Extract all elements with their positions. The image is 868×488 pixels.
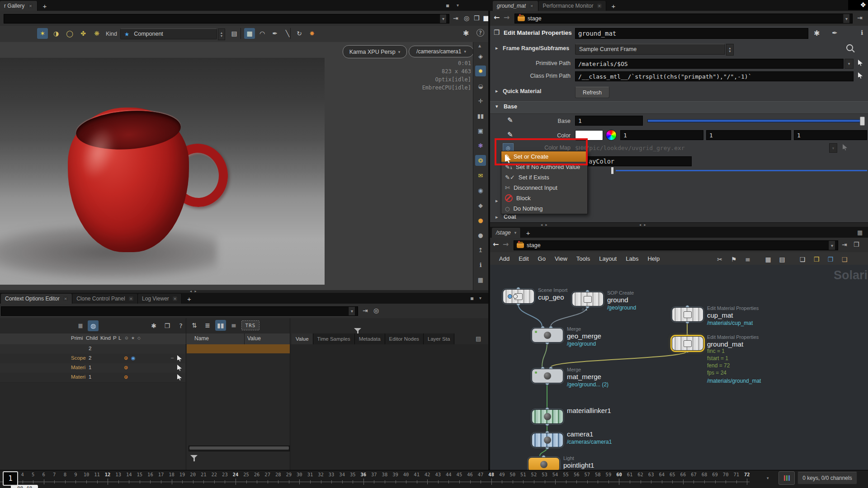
tree-column-header[interactable]: P: [113, 335, 117, 341]
timeline-frame-number[interactable]: 32: [318, 472, 324, 477]
new-folder-icon[interactable]: ❐: [162, 320, 173, 331]
chevron-down-icon[interactable]: ▾: [349, 307, 355, 315]
close-icon[interactable]: ×: [28, 4, 33, 8]
back-icon[interactable]: ←: [493, 240, 499, 249]
network-tab[interactable]: /stage▾: [492, 228, 521, 238]
collapse-arrow-icon[interactable]: ▸: [495, 198, 498, 204]
pane-menu-chevron-icon[interactable]: ▾: [457, 3, 459, 8]
timeline-frame-number[interactable]: 7: [53, 472, 56, 477]
rows-icon[interactable]: ≡: [228, 320, 239, 331]
forward-icon[interactable]: →: [504, 13, 509, 22]
chevron-down-icon[interactable]: ▾: [843, 14, 849, 23]
node-geo_merge[interactable]: Mergegeo_merge/geo/ground: [532, 328, 563, 343]
pane-menu-chevron-icon[interactable]: ▾: [479, 296, 481, 300]
pause-icon[interactable]: ▮▮: [215, 320, 226, 331]
tree-row[interactable]: Materi1⊙: [0, 373, 185, 383]
menu-help[interactable]: Help: [643, 252, 664, 265]
node-mat_merge[interactable]: Mergemat_merge/geo/ground... (2): [532, 369, 563, 383]
timeline-frame-number[interactable]: 47: [478, 472, 484, 477]
new-tab-button[interactable]: +: [40, 1, 49, 10]
timeline-frame-number[interactable]: 58: [595, 472, 601, 477]
new-tab-button[interactable]: +: [184, 294, 193, 303]
menu-tools[interactable]: Tools: [572, 252, 594, 265]
timeline-frame-number[interactable]: 48: [488, 472, 494, 477]
node-body[interactable]: [503, 289, 534, 304]
gear-icon[interactable]: ✱: [814, 29, 820, 38]
timeline-frame-number[interactable]: 72: [744, 472, 750, 477]
grid-icon[interactable]: ▦: [475, 274, 486, 285]
material-palette-icon[interactable]: ✸: [307, 28, 317, 39]
timeline-frame-number[interactable]: 35: [350, 472, 356, 477]
path-chooser-icon[interactable]: ▾: [829, 143, 837, 153]
frame-range-dropdown[interactable]: Sample Current Frame: [575, 44, 725, 55]
toolbox-icon[interactable]: ❑: [839, 254, 850, 265]
new-tab-button[interactable]: +: [609, 1, 618, 10]
base-slider[interactable]: [647, 119, 861, 122]
node-body[interactable]: [528, 457, 560, 470]
timeline-frame-number[interactable]: 57: [584, 472, 590, 477]
bottom-pane-tab[interactable]: Log Viewer×: [138, 294, 182, 304]
forward-icon[interactable]: →: [503, 240, 509, 249]
gear-icon[interactable]: ✱: [148, 320, 159, 331]
select-scene-icon[interactable]: ❋: [91, 28, 102, 39]
pane-tab[interactable]: ground_mat×: [493, 1, 538, 11]
timeline-frame-number[interactable]: 62: [637, 472, 643, 477]
wire-cup_geo-geo_merge[interactable]: [518, 304, 542, 327]
param-slider[interactable]: [616, 170, 867, 171]
viewport-path-field[interactable]: ▾: [4, 14, 449, 23]
timeline-frame-number[interactable]: 65: [670, 472, 675, 477]
timeline-frame-number[interactable]: 34: [339, 472, 345, 477]
timeline-frame-number[interactable]: 68: [702, 472, 708, 477]
timeline-frame-number[interactable]: 21: [201, 472, 207, 477]
menu-item-disconnect-input[interactable]: ✄Disconnect Input: [501, 183, 587, 193]
node-body[interactable]: [532, 433, 563, 447]
diamond-icon[interactable]: ◆: [475, 200, 486, 211]
select-objects-icon[interactable]: ✶: [37, 28, 48, 39]
select-loop-icon[interactable]: ↻: [294, 28, 305, 39]
class-prim-path-field[interactable]: /__class_mtl__/`strsplit(chs("primpath")…: [575, 71, 854, 81]
close-icon[interactable]: ×: [129, 296, 133, 301]
timeline-frame-number[interactable]: 15: [137, 472, 143, 477]
list-icon[interactable]: ≡: [742, 254, 753, 265]
pane-maximize-icon[interactable]: ▪: [446, 2, 449, 9]
box-select-icon[interactable]: ▦: [244, 28, 255, 39]
orange-ball-icon[interactable]: ●: [475, 215, 486, 225]
select-row-icon[interactable]: [177, 365, 182, 371]
frame-range-spinner[interactable]: ▲▼: [726, 44, 734, 56]
power-icon[interactable]: ⊙: [124, 355, 128, 361]
tree-column-header[interactable]: L: [118, 335, 121, 341]
node-ground[interactable]: SOP Createground/geo/ground⌂▴: [572, 292, 604, 306]
timeline-frame-number[interactable]: 53: [542, 472, 547, 477]
render-region[interactable]: [0, 58, 325, 285]
scoped-channels-button[interactable]: [778, 471, 795, 485]
color-wheel-icon[interactable]: [606, 130, 617, 141]
expand-arrow-icon[interactable]: ▾: [495, 103, 498, 109]
timeline-frame-number[interactable]: 22: [212, 472, 217, 477]
param-slider-handle[interactable]: [611, 167, 613, 174]
help-icon[interactable]: ?: [476, 29, 484, 37]
tree-view-icon[interactable]: ≣: [75, 320, 86, 331]
timeline-frame-number[interactable]: 43: [435, 472, 441, 477]
bottom-pane-tab[interactable]: Context Options Editor×: [1, 294, 72, 304]
lasso-select-icon[interactable]: ◠: [257, 28, 268, 39]
select-geometry-icon[interactable]: ◯: [64, 28, 75, 39]
color-map-value[interactable]: $HH/pic/lookdev/uvgrid_grey.exr: [575, 145, 685, 151]
color-r-field[interactable]: 1: [620, 130, 703, 140]
pane-maximize-icon[interactable]: ▪: [470, 295, 474, 301]
timeline-frame-number[interactable]: 27: [264, 472, 270, 477]
globe-icon[interactable]: ◍: [88, 320, 99, 331]
chevron-down-icon[interactable]: ▾: [514, 230, 517, 235]
grid-view-icon[interactable]: ▦: [763, 254, 774, 265]
collapse-arrow-icon[interactable]: ▸: [495, 214, 498, 220]
notes-icon[interactable]: ❏: [797, 254, 808, 265]
timeline-frame-number[interactable]: 33: [329, 472, 335, 477]
timeline-frame-number[interactable]: 28: [275, 472, 281, 477]
menu-item-set-if-exists[interactable]: ✎✓Set if Exists: [501, 172, 587, 183]
spinner-down-icon[interactable]: ▼: [220, 34, 223, 38]
laser-select-icon[interactable]: ╲: [282, 28, 293, 39]
node-body[interactable]: [672, 336, 703, 351]
hierarchy-icon[interactable]: ⇅: [189, 320, 200, 331]
splitter-handle-icon[interactable]: ◂ ▸: [639, 223, 647, 227]
current-frame-box[interactable]: 1: [3, 471, 18, 486]
node-materiallinker1[interactable]: materiallinker1: [532, 409, 563, 424]
